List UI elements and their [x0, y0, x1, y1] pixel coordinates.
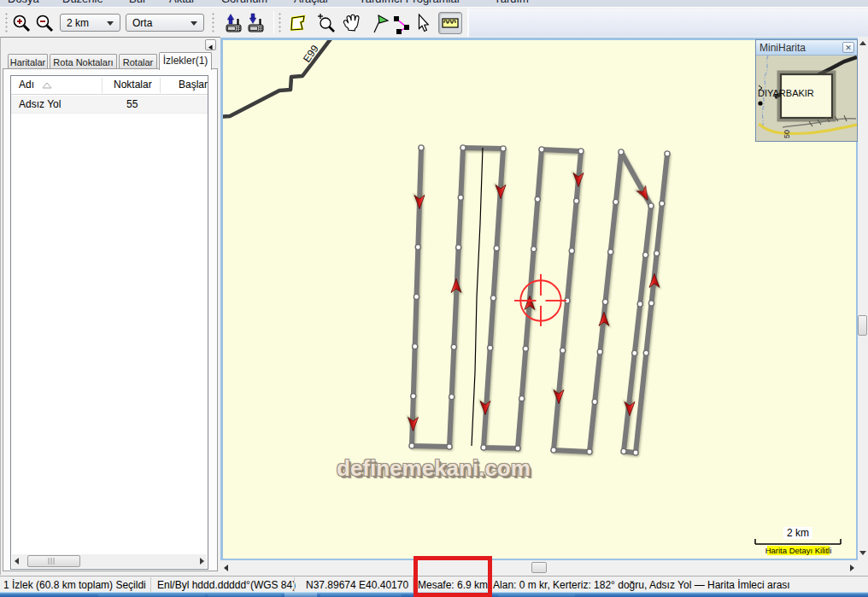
svg-text:2 km: 2 km [787, 527, 809, 539]
svg-text:Harita Detayı Kilitli: Harita Detayı Kilitli [765, 546, 832, 555]
svg-text:50: 50 [783, 130, 791, 138]
svg-text:E99: E99 [301, 43, 321, 65]
svg-text:DIYARBAKIR: DIYARBAKIR [758, 88, 814, 98]
